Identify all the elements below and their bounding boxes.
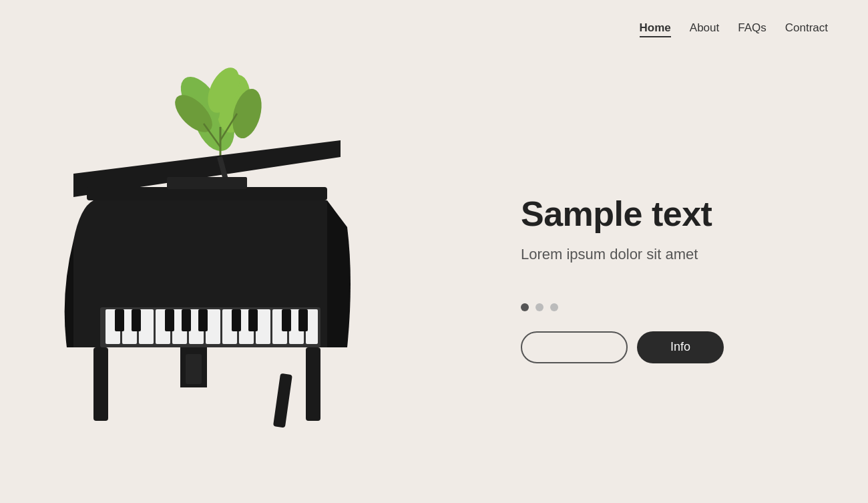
svg-rect-27 [115, 309, 124, 331]
action-buttons: Info [521, 331, 828, 363]
svg-rect-40 [273, 373, 292, 428]
svg-rect-16 [139, 309, 154, 344]
info-button[interactable]: Info [637, 331, 724, 363]
carousel-dots [521, 303, 828, 311]
dot-3[interactable] [550, 303, 558, 311]
svg-rect-32 [232, 309, 241, 331]
hero-title: Sample text [521, 194, 828, 234]
outline-button[interactable] [521, 331, 628, 363]
svg-rect-29 [165, 309, 174, 331]
svg-rect-12 [167, 177, 247, 189]
piano-illustration [20, 53, 394, 441]
svg-rect-31 [198, 309, 208, 331]
svg-rect-37 [186, 354, 202, 384]
svg-rect-38 [93, 347, 108, 421]
svg-rect-35 [298, 309, 308, 331]
svg-rect-39 [306, 347, 320, 421]
hero-section: Sample text Lorem ipsum dolor sit amet I… [481, 0, 868, 503]
dot-2[interactable] [535, 303, 544, 311]
svg-rect-34 [282, 309, 291, 331]
hero-subtitle: Lorem ipsum dolor sit amet [521, 246, 828, 263]
svg-rect-33 [248, 309, 258, 331]
svg-rect-30 [182, 309, 191, 331]
svg-rect-23 [256, 309, 270, 344]
svg-rect-20 [206, 309, 220, 344]
svg-rect-28 [132, 309, 141, 331]
dot-1[interactable] [521, 303, 529, 311]
